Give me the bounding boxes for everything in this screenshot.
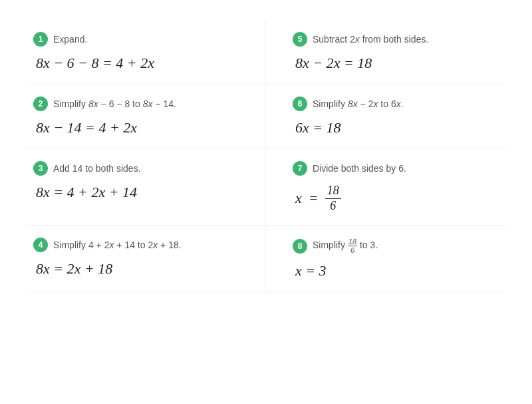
- step-5-cell: 5 Subtract 2x from both sides. 8x − 2x =…: [266, 20, 505, 85]
- step-3-header: 3 Add 14 to both sides.: [33, 161, 245, 176]
- inline-fraction: 18 6: [348, 238, 357, 254]
- step-7-header: 7 Divide both sides by 6.: [293, 161, 492, 176]
- step-1-desc: Expand.: [53, 34, 87, 45]
- step-7-badge: 7: [293, 161, 307, 176]
- step-5-equation: 8x − 2x = 18: [293, 55, 492, 72]
- step-1-cell: 1 Expand. 8x − 6 − 8 = 4 + 2x: [27, 20, 266, 85]
- step-8-cell: 8 Simplify 18 6 to 3. x = 3: [266, 226, 505, 292]
- step-6-header: 6 Simplify 8x − 2x to 6x.: [293, 97, 492, 111]
- step-8-desc: Simplify 18 6 to 3.: [313, 238, 378, 254]
- step-1-header: 1 Expand.: [33, 32, 245, 47]
- step-5-badge: 5: [293, 32, 307, 47]
- step-5-header: 5 Subtract 2x from both sides.: [293, 32, 492, 47]
- step-6-cell: 6 Simplify 8x − 2x to 6x. 6x = 18: [266, 85, 505, 149]
- step-3-cell: 3 Add 14 to both sides. 8x = 4 + 2x + 14: [27, 149, 266, 226]
- step-1-equation: 8x − 6 − 8 = 4 + 2x: [33, 55, 245, 72]
- step-8-badge: 8: [293, 239, 307, 254]
- step-4-header: 4 Simplify 4 + 2x + 14 to 2x + 18.: [33, 238, 245, 252]
- step-6-desc: Simplify 8x − 2x to 6x.: [313, 99, 404, 109]
- step-8-equation: x = 3: [293, 262, 492, 280]
- step-3-desc: Add 14 to both sides.: [53, 163, 141, 174]
- step-2-header: 2 Simplify 8x − 6 − 8 to 8x − 14.: [33, 97, 245, 111]
- step-2-desc: Simplify 8x − 6 − 8 to 8x − 14.: [53, 99, 176, 109]
- step-4-equation: 8x = 2x + 18: [33, 260, 245, 278]
- step-2-badge: 2: [33, 97, 48, 111]
- step-2-equation: 8x − 14 = 4 + 2x: [33, 119, 245, 136]
- step-3-badge: 3: [33, 161, 48, 176]
- step-6-equation: 6x = 18: [293, 119, 492, 136]
- step-1-badge: 1: [33, 32, 48, 47]
- step-2-cell: 2 Simplify 8x − 6 − 8 to 8x − 14. 8x − 1…: [27, 85, 266, 149]
- step-3-equation: 8x = 4 + 2x + 14: [33, 184, 245, 201]
- step-7-equation: x = 18 6: [293, 184, 492, 213]
- step-7-cell: 7 Divide both sides by 6. x = 18 6: [266, 149, 505, 226]
- step-4-badge: 4: [33, 238, 48, 252]
- step-7-desc: Divide both sides by 6.: [313, 163, 406, 174]
- step-6-badge: 6: [293, 97, 307, 111]
- step-8-header: 8 Simplify 18 6 to 3.: [293, 238, 492, 254]
- step-4-cell: 4 Simplify 4 + 2x + 14 to 2x + 18. 8x = …: [27, 226, 266, 292]
- step-4-desc: Simplify 4 + 2x + 14 to 2x + 18.: [53, 240, 182, 250]
- step-5-desc: Subtract 2x from both sides.: [313, 34, 428, 45]
- fraction-18-6: 18 6: [325, 184, 341, 213]
- steps-grid: 1 Expand. 8x − 6 − 8 = 4 + 2x 5 Subtract…: [27, 20, 505, 292]
